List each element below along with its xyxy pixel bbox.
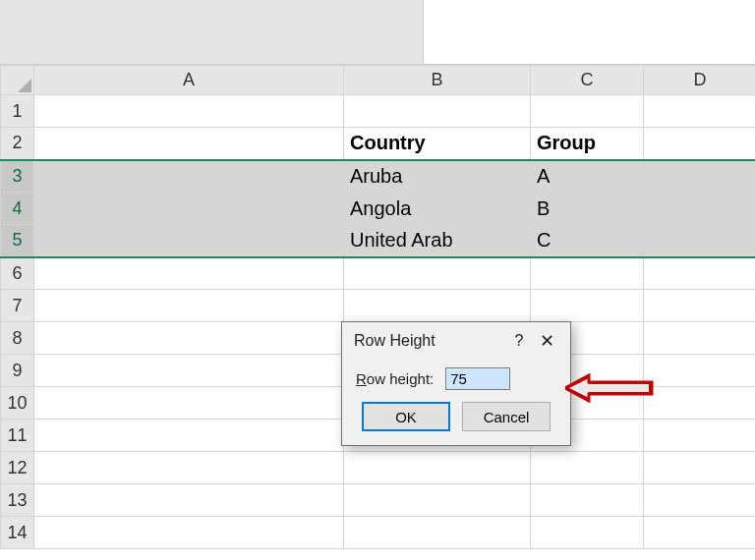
row-header-4[interactable]: 4 (1, 193, 34, 225)
cell-a14[interactable] (34, 517, 344, 549)
cell-a3[interactable] (34, 160, 344, 193)
row-12: 12 (1, 452, 756, 484)
row-header-1[interactable]: 1 (1, 95, 34, 128)
row-header-7[interactable]: 7 (1, 290, 34, 322)
row-header-3[interactable]: 3 (1, 160, 34, 193)
spreadsheet-grid[interactable]: A B C D 1 2 Country Group 3 (0, 65, 755, 549)
row-header-10[interactable]: 10 (1, 387, 34, 420)
row-6: 6 (1, 257, 756, 290)
cell-a5[interactable] (34, 225, 344, 257)
cell-c5[interactable]: C (531, 225, 644, 257)
row-header-9[interactable]: 9 (1, 355, 34, 387)
row-header-6[interactable]: 6 (1, 257, 34, 290)
cell-c1[interactable] (531, 95, 644, 128)
row-header-8[interactable]: 8 (1, 322, 34, 355)
cell-c3[interactable]: A (531, 160, 644, 193)
cell-a7[interactable] (34, 290, 344, 322)
dialog-title: Row Height (354, 332, 505, 350)
cell-d6[interactable] (644, 257, 756, 290)
row-height-dialog: Row Height ? ✕ Row height: OK Cancel (341, 321, 571, 446)
cell-b12[interactable] (344, 452, 531, 484)
cell-c14[interactable] (531, 517, 644, 549)
row-header-2[interactable]: 2 (1, 128, 34, 160)
cancel-button[interactable]: Cancel (462, 402, 551, 431)
row-header-5[interactable]: 5 (1, 225, 34, 257)
cell-b13[interactable] (344, 484, 531, 517)
row-13: 13 (1, 484, 756, 517)
cell-c7[interactable] (531, 290, 644, 322)
cell-a6[interactable] (34, 257, 344, 290)
row-14: 14 (1, 517, 756, 549)
cell-d2[interactable] (644, 128, 756, 160)
cell-b6[interactable] (344, 257, 531, 290)
cell-c13[interactable] (531, 484, 644, 517)
row-5: 5 United Arab C (1, 225, 756, 257)
col-header-d[interactable]: D (644, 66, 756, 95)
row-header-12[interactable]: 12 (1, 452, 34, 484)
ribbon-placeholder (0, 0, 755, 65)
cell-b4[interactable]: Angola (344, 193, 531, 225)
cell-d11[interactable] (644, 420, 756, 452)
row-header-14[interactable]: 14 (1, 517, 34, 549)
cell-a2[interactable] (34, 128, 344, 160)
row-7: 7 (1, 290, 756, 322)
cell-d13[interactable] (644, 484, 756, 517)
cell-a12[interactable] (34, 452, 344, 484)
cell-d14[interactable] (644, 517, 756, 549)
cell-b1[interactable] (344, 95, 531, 128)
cell-b5[interactable]: United Arab (344, 225, 531, 257)
ok-button[interactable]: OK (362, 402, 450, 431)
select-all-corner[interactable] (1, 66, 34, 95)
cell-c4[interactable]: B (531, 193, 644, 225)
col-header-c[interactable]: C (531, 66, 644, 95)
cell-b3[interactable]: Aruba (344, 160, 531, 193)
cell-a1[interactable] (34, 95, 344, 128)
cell-d12[interactable] (644, 452, 756, 484)
cell-a10[interactable] (34, 387, 344, 420)
cell-d1[interactable] (644, 95, 756, 128)
cell-d9[interactable] (644, 355, 756, 387)
cell-d3[interactable] (644, 160, 756, 193)
cell-d8[interactable] (644, 322, 756, 355)
dialog-help-button[interactable]: ? (505, 332, 533, 350)
dialog-close-button[interactable]: ✕ (533, 330, 560, 352)
row-1: 1 (1, 95, 756, 128)
cell-b7[interactable] (344, 290, 531, 322)
col-header-a[interactable]: A (34, 66, 344, 95)
cell-b14[interactable] (344, 517, 531, 549)
row-header-11[interactable]: 11 (1, 420, 34, 452)
cell-c6[interactable] (531, 257, 644, 290)
cell-a13[interactable] (34, 484, 344, 517)
cell-d7[interactable] (644, 290, 756, 322)
cell-a9[interactable] (34, 355, 344, 387)
cell-a4[interactable] (34, 193, 344, 225)
row-header-13[interactable]: 13 (1, 484, 34, 517)
cell-d4[interactable] (644, 193, 756, 225)
row-4: 4 Angola B (1, 193, 756, 225)
cell-d5[interactable] (644, 225, 756, 257)
row-2: 2 Country Group (1, 128, 756, 160)
row-3: 3 Aruba A (1, 160, 756, 193)
row-height-input[interactable] (445, 367, 510, 390)
cell-d10[interactable] (644, 387, 756, 420)
cell-a11[interactable] (34, 420, 344, 452)
ribbon-right-panel (423, 0, 755, 65)
cell-b2[interactable]: Country (344, 128, 531, 160)
row-height-label: Row height: (356, 370, 434, 387)
cell-a8[interactable] (34, 322, 344, 355)
cell-c12[interactable] (531, 452, 644, 484)
cell-c2[interactable]: Group (531, 128, 644, 160)
col-header-b[interactable]: B (344, 66, 531, 95)
